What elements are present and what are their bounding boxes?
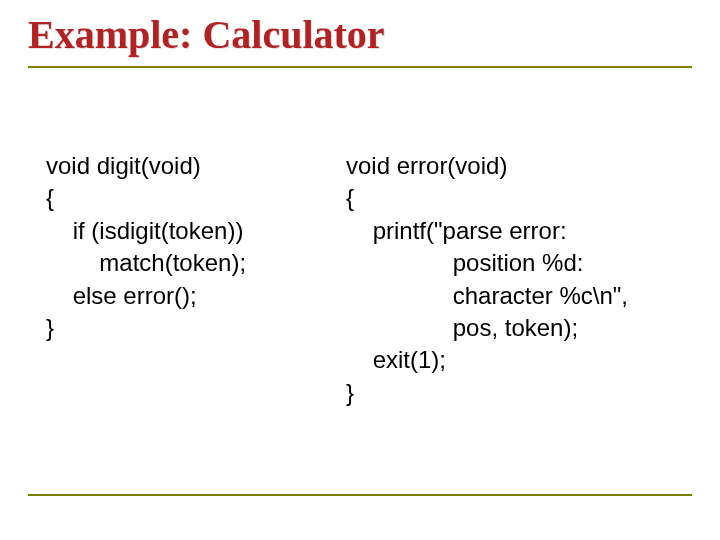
code-block-error: void error(void) { printf("parse error: …	[346, 150, 686, 409]
title-container: Example: Calculator	[28, 14, 692, 68]
footer-divider	[28, 494, 692, 496]
slide: Example: Calculator void digit(void) { i…	[0, 0, 720, 540]
slide-body: void digit(void) { if (isdigit(token)) m…	[46, 150, 686, 409]
code-block-digit: void digit(void) { if (isdigit(token)) m…	[46, 150, 346, 409]
slide-title: Example: Calculator	[28, 14, 692, 56]
